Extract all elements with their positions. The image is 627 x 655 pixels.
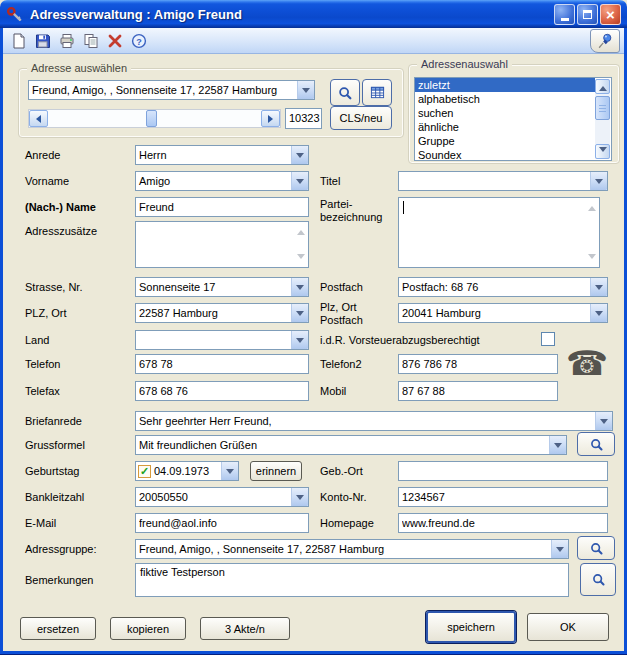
adressgruppe-combobox[interactable]: Freund, Amigo, , Sonnenseite 17, 22587 H… bbox=[135, 539, 569, 559]
list-scrollbar[interactable] bbox=[595, 79, 610, 159]
chevron-down-icon[interactable] bbox=[291, 488, 308, 506]
scrollbar-track[interactable] bbox=[48, 110, 261, 127]
telefon2-input[interactable] bbox=[398, 354, 558, 374]
scrollbar-thumb[interactable] bbox=[146, 110, 157, 127]
address-mode-listbox[interactable]: zuletzt alphabetisch suchen ähnliche Gru… bbox=[414, 77, 612, 161]
textarea-scrollbar[interactable] bbox=[294, 223, 307, 266]
homepage-input[interactable] bbox=[398, 513, 608, 533]
email-input[interactable] bbox=[135, 513, 309, 533]
window-controls: × bbox=[554, 4, 621, 25]
chevron-glyph bbox=[296, 153, 304, 162]
parteibezeichnung-textarea[interactable] bbox=[398, 197, 600, 268]
search-icon bbox=[591, 572, 606, 587]
grussformel-combobox[interactable]: Mit freundlichen Grüßen bbox=[135, 435, 567, 455]
bemerkungen-textarea[interactable]: fiktive Testperson bbox=[135, 563, 569, 597]
bankleitzahl-combobox[interactable]: 20050550 bbox=[135, 487, 309, 507]
new-document-button[interactable] bbox=[7, 30, 31, 52]
list-item[interactable]: ähnliche bbox=[415, 120, 595, 134]
plz-ort-postfach-combobox[interactable]: 20041 Hamburg bbox=[398, 303, 608, 323]
geburtstag-checkbox[interactable]: ✓ bbox=[138, 465, 151, 478]
scroll-right-button[interactable] bbox=[261, 110, 280, 127]
telephone-icon[interactable]: ☎ bbox=[566, 346, 608, 380]
vorname-combobox[interactable]: Amigo bbox=[135, 171, 309, 191]
scroll-up-button[interactable] bbox=[595, 79, 610, 94]
bemerkungen-search-button[interactable] bbox=[580, 563, 616, 596]
scroll-left-button[interactable] bbox=[29, 110, 48, 127]
akten-button[interactable]: 3 Akte/n bbox=[200, 617, 290, 640]
geb-ort-input[interactable] bbox=[398, 461, 608, 481]
record-scrollbar[interactable] bbox=[28, 109, 281, 128]
pin-toggle-button[interactable] bbox=[590, 29, 620, 53]
cls-neu-button[interactable]: CLS/neu bbox=[330, 106, 392, 130]
chevron-down-icon[interactable] bbox=[291, 331, 308, 349]
toolbar: ? bbox=[3, 28, 624, 54]
titel-combobox[interactable] bbox=[398, 171, 608, 191]
ersetzen-button[interactable]: ersetzen bbox=[20, 617, 96, 640]
chevron-glyph bbox=[554, 443, 562, 452]
strasse-label: Strasse, Nr. bbox=[25, 277, 82, 297]
telefon-input[interactable] bbox=[135, 354, 309, 374]
kopieren-button[interactable]: kopieren bbox=[110, 617, 186, 640]
grussformel-search-button[interactable] bbox=[577, 432, 615, 456]
grussformel-value: Mit freundlichen Grüßen bbox=[136, 436, 549, 454]
plz-ort-label: PLZ, Ort bbox=[25, 303, 67, 323]
anrede-label: Anrede bbox=[25, 145, 60, 165]
arrow-down-icon bbox=[599, 147, 607, 156]
help-button[interactable]: ? bbox=[127, 30, 151, 52]
speichern-button[interactable]: speichern bbox=[426, 611, 516, 643]
close-button[interactable]: × bbox=[600, 4, 621, 25]
scroll-down-button[interactable] bbox=[595, 144, 610, 159]
chevron-glyph bbox=[296, 179, 304, 188]
chevron-down-icon[interactable] bbox=[595, 412, 612, 430]
textarea-scrollbar[interactable] bbox=[585, 199, 598, 266]
print-button[interactable] bbox=[55, 30, 79, 52]
copy-button[interactable] bbox=[79, 30, 103, 52]
chevron-down-icon[interactable] bbox=[590, 304, 607, 322]
list-item[interactable]: Gruppe bbox=[415, 134, 595, 148]
postfach-combobox[interactable]: Postfach: 68 76 bbox=[398, 277, 608, 297]
erinnern-button[interactable]: erinnern bbox=[250, 461, 302, 481]
address-combobox[interactable]: Freund, Amigo, , Sonnenseite 17, 22587 H… bbox=[28, 80, 315, 100]
list-item[interactable]: suchen bbox=[415, 106, 595, 120]
plz-ort-postfach-value: 20041 Hamburg bbox=[399, 304, 590, 322]
ok-button[interactable]: OK bbox=[527, 613, 609, 641]
vorsteuer-checkbox[interactable] bbox=[541, 332, 555, 346]
chevron-down-icon[interactable] bbox=[291, 146, 308, 164]
list-item[interactable]: zuletzt bbox=[415, 78, 595, 92]
briefanrede-combobox[interactable]: Sehr geehrter Herr Freund, bbox=[135, 411, 613, 431]
telefon2-label: Telefon2 bbox=[320, 354, 362, 374]
chevron-glyph bbox=[595, 285, 603, 294]
telefax-input[interactable] bbox=[135, 381, 309, 401]
address-search-button[interactable] bbox=[330, 79, 360, 106]
nachname-input[interactable] bbox=[135, 197, 309, 217]
list-item[interactable]: Soundex bbox=[415, 148, 595, 161]
chevron-down-icon[interactable] bbox=[551, 540, 568, 558]
chevron-down-icon[interactable] bbox=[291, 278, 308, 296]
arrow-left-icon bbox=[32, 115, 41, 123]
geburtstag-datepicker[interactable]: ✓ 04.09.1973 bbox=[135, 461, 239, 481]
konto-nr-input[interactable] bbox=[398, 487, 608, 507]
list-item[interactable]: alphabetisch bbox=[415, 92, 595, 106]
chevron-down-icon[interactable] bbox=[590, 278, 607, 296]
adressgruppe-search-button[interactable] bbox=[577, 536, 615, 560]
plz-ort-combobox[interactable]: 22587 Hamburg bbox=[135, 303, 309, 323]
chevron-down-icon[interactable] bbox=[549, 436, 566, 454]
chevron-glyph bbox=[302, 88, 310, 97]
adresszusaetze-textarea[interactable] bbox=[135, 221, 309, 268]
chevron-down-icon[interactable] bbox=[221, 462, 238, 480]
minimize-button[interactable] bbox=[554, 4, 575, 25]
strasse-combobox[interactable]: Sonnenseite 17 bbox=[135, 277, 309, 297]
chevron-down-icon[interactable] bbox=[291, 172, 308, 190]
mobil-input[interactable] bbox=[398, 381, 558, 401]
delete-button[interactable] bbox=[103, 30, 127, 52]
land-combobox[interactable] bbox=[135, 330, 309, 350]
chevron-down-icon[interactable] bbox=[291, 304, 308, 322]
list-scrollbar-thumb[interactable] bbox=[595, 96, 610, 120]
anrede-combobox[interactable]: Herrn bbox=[135, 145, 309, 165]
maximize-button[interactable] bbox=[577, 4, 598, 25]
chevron-down-icon[interactable] bbox=[590, 172, 607, 190]
address-table-button[interactable] bbox=[362, 79, 392, 106]
chevron-down-icon[interactable] bbox=[297, 81, 314, 99]
save-button[interactable] bbox=[31, 30, 55, 52]
table-grid-icon bbox=[370, 85, 385, 100]
